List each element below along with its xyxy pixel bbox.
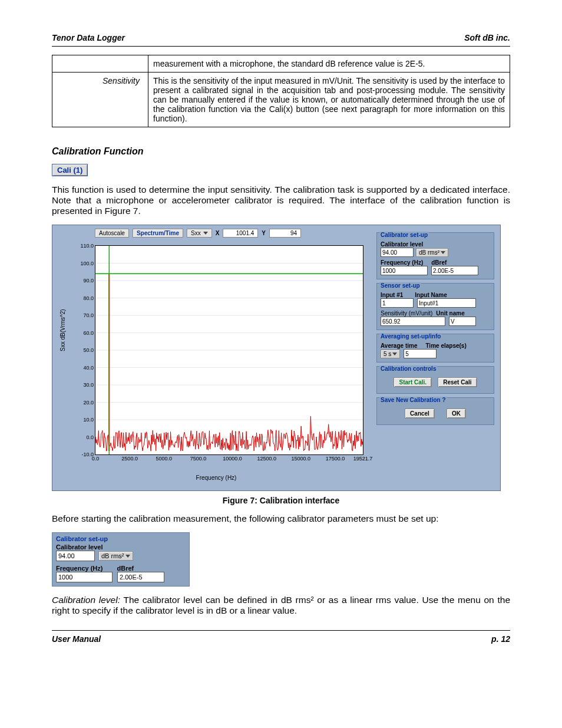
y-tick: 90.0 — [83, 278, 95, 284]
figure7-panel: Autoscale Spectrum/Time Sxx X 1001.4 Y 9… — [52, 225, 501, 491]
y-tick: 40.0 — [83, 365, 95, 371]
cali-button[interactable]: Cali (1) — [52, 164, 88, 176]
sensor-name-value[interactable] — [417, 298, 476, 308]
x-tick: 12500.0 — [257, 454, 276, 462]
calibrator-unit-dropdown[interactable]: dB rms² — [416, 248, 448, 257]
sensor-group: Sensor set-up Input #1 Input Name Sensit… — [376, 283, 494, 330]
calibrator-unit-label: dB rms² — [419, 249, 439, 256]
footer-right: p. 12 — [491, 634, 510, 644]
sensor-sensitivity-input[interactable] — [381, 317, 445, 326]
inset-level-label: Calibrator level — [56, 543, 186, 551]
save-group: Save New Calibration ? Cancel OK — [376, 397, 494, 425]
sensor-unit-input[interactable] — [449, 317, 476, 326]
sensitivity-table: measurement with a microphone, the stand… — [52, 55, 510, 127]
x-tick: 15000.0 — [292, 454, 311, 462]
x-tick: 2500.0 — [121, 454, 138, 462]
figure7-caption: Figure 7: Calibration interface — [52, 496, 510, 505]
sensor-input-value[interactable] — [381, 298, 414, 308]
intro-paragraph: This function is used to determine the i… — [52, 185, 510, 216]
sensor-title: Sensor set-up — [379, 282, 421, 289]
table-row-1-label: Sensitivity — [52, 73, 148, 127]
calibrator-level-input[interactable] — [381, 248, 414, 257]
y-tick: 50.0 — [83, 347, 95, 353]
chevron-down-icon — [392, 353, 397, 355]
y-tick: 80.0 — [83, 295, 95, 301]
y-tick: 0.0 — [86, 434, 95, 440]
cursor-x-value: 1001.4 — [223, 229, 258, 238]
cursor-x-label: X — [216, 230, 220, 236]
table-row-1-text: This is the sensitivity of the input mea… — [148, 73, 510, 127]
save-title: Save New Calibration ? — [379, 397, 447, 403]
averaging-title: Averaging set-up/info — [379, 333, 442, 340]
avg-time-label: Average time — [381, 342, 417, 349]
x-tick: 7500.0 — [190, 454, 207, 462]
y-tick: 60.0 — [83, 330, 95, 336]
y-tick: 10.0 — [83, 417, 95, 423]
chevron-down-icon — [441, 251, 445, 254]
calibrator-dbref-label: dBref — [431, 259, 447, 266]
inset-freq-label: Frequency (Hz) — [56, 565, 103, 572]
avg-time-value: 5 s — [384, 351, 391, 357]
spectrum-time-button[interactable]: Spectrum/Time — [133, 229, 183, 238]
calibration-level-text: The calibrator level can be defined in d… — [52, 595, 510, 615]
calibrator-freq-label: Frequency (Hz) — [381, 259, 423, 266]
inset-level-input[interactable] — [56, 551, 95, 561]
chevron-down-icon — [125, 555, 130, 558]
calibration-level-paragraph: Calibration level: The calibrator level … — [52, 595, 510, 616]
inset-title: Calibrator set-up — [56, 535, 186, 542]
reset-cali-button[interactable]: Reset Cali — [438, 377, 477, 387]
table-row-0-label — [52, 55, 148, 73]
y-tick: 70.0 — [83, 312, 95, 318]
start-cali-button[interactable]: Start Cali. — [394, 377, 432, 387]
footer-rule — [52, 630, 510, 631]
cursor-y-value: 94 — [269, 229, 301, 238]
inset-freq-input[interactable] — [56, 572, 113, 582]
x-tick: 17500.0 — [326, 454, 345, 462]
setup-paragraph: Before starting the calibration measurem… — [52, 513, 510, 524]
autoscale-button[interactable]: Autoscale — [95, 229, 129, 238]
x-tick: 0.0 — [92, 454, 100, 462]
ok-button[interactable]: OK — [447, 409, 466, 419]
sensor-input-label: Input #1 — [381, 292, 403, 298]
inset-unit-dropdown[interactable]: dB rms² — [98, 551, 133, 561]
avg-time-dropdown[interactable]: 5 s — [381, 350, 400, 358]
x-tick: 10000.0 — [223, 454, 242, 462]
header-left: Tenor Data Logger — [52, 33, 125, 42]
cursor-y-label: Y — [262, 230, 266, 236]
section-title: Calibration Function — [52, 146, 510, 157]
x-axis-label: Frequency (Hz) — [63, 475, 369, 481]
y-tick: 100.0 — [80, 261, 95, 266]
table-row-0-text: measurement with a microphone, the stand… — [148, 55, 510, 73]
x-tick: 19521.7 — [353, 454, 373, 462]
inset-dbref-input[interactable] — [117, 572, 164, 582]
calibrator-level-label: Calibrator level — [381, 241, 490, 248]
calibrator-freq-input[interactable] — [381, 266, 428, 275]
calibrator-group: Calibrator set-up Calibrator level dB rm… — [376, 232, 494, 279]
series-dropdown[interactable]: Sxx — [187, 229, 212, 238]
averaging-group: Averaging set-up/info Average time Time … — [376, 334, 494, 363]
controls-group: Calibration controls Start Cali. Reset C… — [376, 366, 494, 394]
x-tick: 5000.0 — [156, 454, 173, 462]
cancel-button[interactable]: Cancel — [405, 409, 435, 419]
calibration-level-prefix: Calibration level: — [52, 595, 120, 605]
inset-dbref-label: dBref — [117, 565, 134, 572]
y-tick: 20.0 — [83, 400, 95, 406]
calibrator-title: Calibrator set-up — [379, 232, 429, 238]
plot-svg — [95, 246, 363, 454]
graph-area: Autoscale Spectrum/Time Sxx X 1001.4 Y 9… — [63, 233, 369, 481]
calibrator-dbref-input[interactable] — [431, 266, 478, 275]
controls-title: Calibration controls — [379, 365, 437, 372]
y-axis-label: Sxx dB(Vrms^2) — [59, 309, 66, 351]
y-tick: 110.0 — [80, 243, 95, 249]
footer-left: User Manual — [52, 634, 101, 644]
chevron-down-icon — [203, 232, 208, 235]
sensor-name-label: Input Name — [415, 292, 447, 298]
series-label: Sxx — [191, 230, 201, 236]
header-rule — [52, 46, 510, 47]
inset-unit-label: dB rms² — [101, 552, 124, 559]
plot-area: -10.00.010.020.030.040.050.060.070.080.0… — [95, 245, 363, 455]
time-elapse-value — [404, 349, 437, 358]
y-tick: 30.0 — [83, 382, 95, 388]
calibrator-inset: Calibrator set-up Calibrator level dB rm… — [52, 532, 190, 587]
header-right: Soft dB inc. — [464, 33, 510, 42]
